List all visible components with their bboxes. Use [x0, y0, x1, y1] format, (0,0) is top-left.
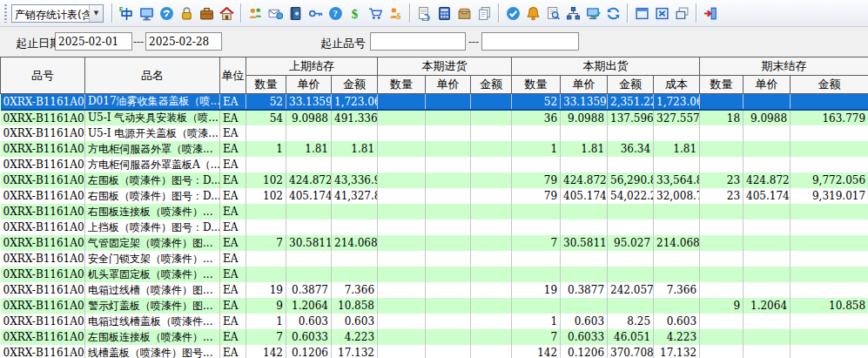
cell-unit[interactable]: EA [220, 220, 246, 235]
cell-value-1[interactable]: 0.3877 [286, 282, 332, 298]
cell-value-12[interactable] [791, 94, 868, 111]
col-header-g0-2[interactable]: 金额 [332, 76, 378, 94]
monitor-icon[interactable] [137, 3, 157, 24]
cell-value-0[interactable]: 142 [246, 345, 286, 358]
cell-value-11[interactable] [744, 251, 791, 267]
cell-value-8[interactable] [608, 251, 654, 267]
cell-value-11[interactable] [744, 282, 791, 298]
cell-item-name[interactable]: U5-I 电源开关盖板（喷漆... [85, 125, 220, 141]
cell-value-1[interactable]: 33.1359 [286, 94, 332, 111]
briefcase-icon[interactable] [197, 3, 217, 24]
cell-value-11[interactable]: 9.0988 [744, 110, 791, 125]
cell-value-0[interactable]: 52 [246, 94, 286, 111]
cell-value-0[interactable] [246, 204, 286, 220]
col-header-item-name[interactable]: 品名 [85, 57, 220, 94]
cell-value-5[interactable] [471, 235, 512, 251]
lock-icon[interactable] [177, 3, 197, 24]
monitor-edit-icon[interactable] [583, 3, 603, 24]
cell-item-no[interactable]: 0XRX-B1161A0... [1, 125, 85, 141]
cell-value-8[interactable] [608, 220, 654, 235]
cell-item-no[interactable]: 0XRX-B1161A0... [1, 220, 85, 235]
col-header-g1-0[interactable]: 数量 [378, 76, 426, 94]
cell-value-9[interactable]: 214.068 [654, 235, 700, 251]
cell-unit[interactable]: EA [220, 125, 246, 141]
cell-item-name[interactable]: U5-I 气动夹具安装板（喷... [85, 110, 220, 125]
cell-value-12[interactable] [791, 157, 868, 172]
key-icon[interactable] [306, 3, 326, 24]
cell-item-no[interactable]: 0XRX-B1161A0... [1, 329, 85, 345]
cell-value-9[interactable]: 32,008.797 [654, 188, 700, 204]
item-to-input[interactable] [481, 32, 579, 51]
cell-unit[interactable]: EA [220, 172, 246, 188]
exit-icon[interactable] [701, 3, 721, 24]
cell-value-8[interactable] [608, 204, 654, 220]
cascade-icon[interactable] [672, 3, 692, 24]
cell-value-11[interactable] [744, 141, 791, 157]
cell-value-3[interactable] [378, 298, 426, 314]
cell-value-2[interactable] [332, 204, 378, 220]
cell-unit[interactable]: EA [220, 298, 246, 314]
cell-value-2[interactable]: 7.366 [332, 282, 378, 298]
cell-item-name[interactable]: 电箱过线槽盖板（喷漆件... [85, 314, 220, 329]
cell-value-3[interactable] [378, 94, 426, 111]
cell-item-name[interactable]: 左围板（喷漆件）图号：D... [85, 172, 220, 188]
cell-item-name[interactable]: 机头罩固定板（喷漆件）... [85, 267, 220, 282]
col-header-g2-1[interactable]: 单价 [561, 76, 608, 94]
cell-value-0[interactable]: 9 [246, 298, 286, 314]
cell-value-12[interactable]: 9,772.056 [791, 172, 868, 188]
cell-value-11[interactable]: 405.1747 [744, 188, 791, 204]
cell-value-2[interactable] [332, 157, 378, 172]
cell-value-5[interactable] [471, 157, 512, 172]
cell-value-5[interactable] [471, 141, 512, 157]
cell-value-11[interactable] [744, 267, 791, 282]
cell-value-1[interactable] [286, 220, 332, 235]
cell-value-8[interactable] [608, 125, 654, 141]
cell-value-2[interactable] [332, 267, 378, 282]
cell-value-12[interactable]: 10.858 [791, 298, 868, 314]
cell-value-2[interactable]: 491.336 [332, 110, 378, 125]
col-header-g3-2[interactable]: 金额 [791, 76, 868, 94]
cell-item-no[interactable]: 0XRX-B1161A0... [1, 345, 85, 358]
cell-value-4[interactable] [426, 329, 471, 345]
col-header-g2-0[interactable]: 数量 [512, 76, 561, 94]
cell-unit[interactable]: EA [220, 267, 246, 282]
cell-value-5[interactable] [471, 110, 512, 125]
cell-value-0[interactable]: 7 [246, 235, 286, 251]
col-header-g3-0[interactable]: 数量 [700, 76, 744, 94]
cell-value-10[interactable] [700, 235, 744, 251]
cell-item-name[interactable]: 方电柜伺服器外罩（喷漆... [85, 141, 220, 157]
cell-value-9[interactable]: 327.557 [654, 110, 700, 125]
cell-unit[interactable]: EA [220, 314, 246, 329]
cell-value-10[interactable] [700, 314, 744, 329]
cell-unit[interactable]: EA [220, 141, 246, 157]
cell-value-3[interactable] [378, 345, 426, 358]
cell-value-9[interactable]: 17.132 [654, 345, 700, 358]
cell-unit[interactable]: EA [220, 329, 246, 345]
cell-value-10[interactable] [700, 220, 744, 235]
cell-value-8[interactable]: 95.027 [608, 235, 654, 251]
cell-value-4[interactable] [426, 220, 471, 235]
table-row[interactable]: 0XRX-B1161A0...电箱过线槽盖板（喷漆件...EA10.6030.6… [1, 314, 868, 329]
cell-value-5[interactable] [471, 94, 512, 111]
translate-icon[interactable]: E [117, 3, 137, 24]
cell-item-no[interactable]: 0XRX-B1161A0... [1, 314, 85, 329]
col-header-unit[interactable]: 单位 [220, 57, 246, 94]
cell-value-3[interactable] [378, 188, 426, 204]
cell-unit[interactable]: EA [220, 251, 246, 267]
cell-value-6[interactable] [512, 298, 561, 314]
mail-icon[interactable] [266, 3, 286, 24]
table-row[interactable]: 0XRX-B1161A0...左围板（喷漆件）图号：D...EA102424.8… [1, 172, 868, 188]
calculator-icon[interactable] [434, 3, 454, 24]
cell-value-3[interactable] [378, 235, 426, 251]
cell-value-4[interactable] [426, 172, 471, 188]
cell-value-9[interactable] [654, 204, 700, 220]
cell-value-8[interactable]: 370.708 [608, 345, 654, 358]
cell-value-12[interactable] [791, 282, 868, 298]
cell-value-8[interactable] [608, 157, 654, 172]
cell-value-2[interactable]: 0.603 [332, 314, 378, 329]
cart-icon[interactable] [366, 3, 386, 24]
chevron-down-icon[interactable]: ▼ [89, 5, 103, 22]
table-row[interactable]: 0XRX-B1161A0...警示灯盖板（喷漆件）图...EA91.206410… [1, 298, 868, 314]
cell-value-7[interactable] [561, 267, 608, 282]
col-header-g1-2[interactable]: 金额 [471, 76, 512, 94]
